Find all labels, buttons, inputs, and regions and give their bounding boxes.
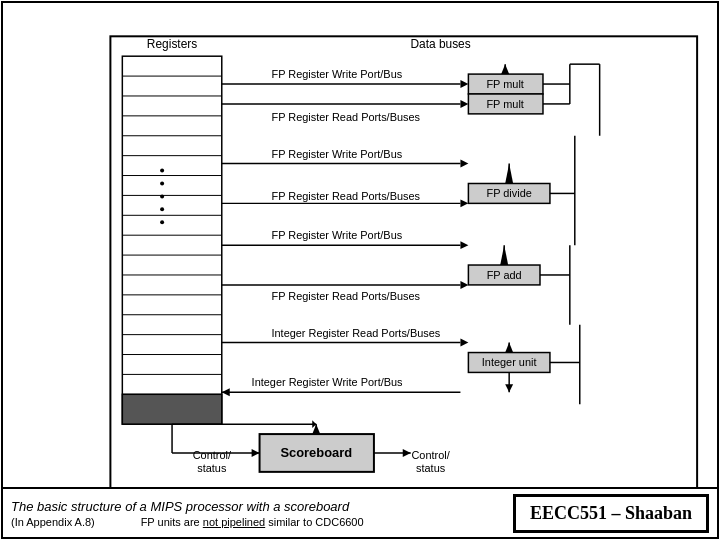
svg-marker-56	[460, 241, 468, 249]
svg-point-21	[160, 169, 164, 173]
footnote-fp2: not pipelined	[203, 516, 265, 528]
svg-marker-90	[403, 449, 411, 457]
svg-text:Scoreboard: Scoreboard	[280, 445, 352, 460]
svg-marker-88	[252, 449, 260, 457]
svg-marker-34	[460, 100, 468, 108]
svg-text:FP Register Write Port/Bus: FP Register Write Port/Bus	[271, 148, 402, 160]
svg-point-23	[160, 194, 164, 198]
svg-text:Control/: Control/	[411, 449, 450, 461]
svg-text:Integer Register Write Port/Bu: Integer Register Write Port/Bus	[252, 376, 403, 388]
svg-text:status: status	[197, 462, 227, 474]
svg-marker-51	[460, 199, 468, 207]
svg-marker-27	[460, 80, 468, 88]
svg-marker-44	[460, 160, 468, 168]
svg-text:FP Register Read Ports/Buses: FP Register Read Ports/Buses	[271, 190, 420, 202]
svg-text:status: status	[416, 462, 446, 474]
svg-text:FP Register Read Ports/Buses: FP Register Read Ports/Buses	[271, 290, 420, 302]
svg-text:Integer unit: Integer unit	[482, 356, 537, 368]
svg-rect-0	[122, 56, 221, 424]
svg-marker-42	[501, 64, 509, 74]
svg-point-25	[160, 220, 164, 224]
svg-marker-68	[460, 339, 468, 347]
svg-text:FP add: FP add	[487, 269, 522, 281]
main-container: Registers Data buses FP Register Write P…	[1, 1, 719, 539]
svg-marker-54	[505, 164, 513, 184]
svg-marker-78	[505, 343, 513, 353]
svg-marker-80	[505, 384, 513, 392]
diagram-area: Registers Data buses FP Register Write P…	[3, 3, 717, 537]
footnote-appendix: (In Appendix A.8)	[11, 516, 95, 528]
svg-text:Integer Register Read Ports/Bu: Integer Register Read Ports/Buses	[271, 327, 440, 339]
footnote-fp1: FP units are	[141, 516, 203, 528]
svg-marker-66	[500, 245, 508, 265]
svg-marker-75	[222, 388, 230, 396]
svg-text:Registers: Registers	[147, 37, 197, 51]
caption-text: The basic structure of a MIPS processor …	[11, 499, 513, 514]
caption-area: The basic structure of a MIPS processor …	[11, 499, 513, 528]
svg-text:FP divide: FP divide	[486, 187, 531, 199]
svg-marker-63	[460, 281, 468, 289]
svg-point-22	[160, 181, 164, 185]
footnote-fp3: similar to CDC6600	[265, 516, 363, 528]
svg-text:FP Register Write Port/Bus: FP Register Write Port/Bus	[271, 68, 402, 80]
bottom-bar: The basic structure of a MIPS processor …	[3, 487, 717, 537]
eecc-badge: EECC551 – Shaaban	[513, 494, 709, 533]
svg-text:Control/: Control/	[193, 449, 232, 461]
footnote-area: (In Appendix A.8) FP units are not pipel…	[11, 516, 513, 528]
svg-rect-18	[122, 394, 221, 424]
svg-text:Data buses: Data buses	[410, 37, 470, 51]
svg-text:FP mult: FP mult	[486, 98, 523, 110]
svg-point-24	[160, 207, 164, 211]
svg-text:FP Register Read Ports/Buses: FP Register Read Ports/Buses	[271, 111, 420, 123]
svg-text:FP Register Write Port/Bus: FP Register Write Port/Bus	[271, 229, 402, 241]
svg-text:FP mult: FP mult	[486, 78, 523, 90]
